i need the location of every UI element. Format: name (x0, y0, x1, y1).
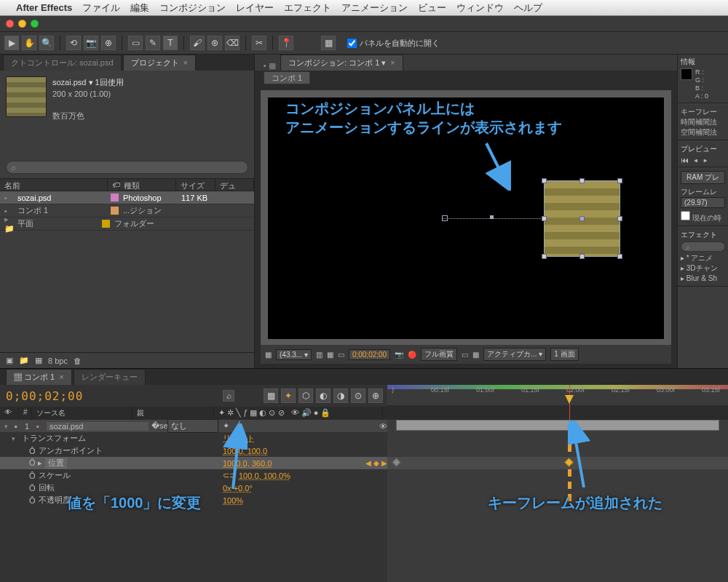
motion-path-kf[interactable] (490, 215, 494, 219)
pen-tool[interactable]: ✎ (146, 36, 160, 50)
playback-controls[interactable]: ⏮ ◀ ▶ (681, 156, 725, 164)
brush-tool[interactable]: 🖌 (190, 36, 205, 50)
hand-tool[interactable]: ✋ (22, 36, 36, 50)
resize-handle[interactable] (579, 178, 585, 183)
menu-window[interactable]: ウィンドウ (456, 1, 504, 15)
tl-search-icon[interactable]: ⌕ (223, 390, 234, 402)
prop-rotation[interactable]: Ô回転 (0, 482, 218, 494)
footage-thumbnail[interactable] (6, 76, 47, 117)
resize-handle[interactable] (617, 254, 622, 259)
clone-tool[interactable]: ⊛ (207, 36, 222, 50)
menubar-app[interactable]: After Effects (16, 2, 72, 13)
eraser-tool[interactable]: ⌫ (225, 36, 240, 50)
layer-row[interactable]: ▾▪ 1 ▪ sozai.psd �set なし (0, 420, 218, 432)
res-icon[interactable]: ▥ (316, 351, 323, 359)
col-label[interactable]: 🏷 (108, 179, 119, 191)
project-row-comp[interactable]: ▪ コンポ 1 ...ジション (0, 204, 254, 218)
bpc-toggle[interactable]: 8 bpc (48, 356, 68, 365)
roi-icon[interactable]: ▭ (462, 351, 468, 359)
zoom-tool[interactable]: 🔍 (39, 36, 54, 50)
views-dropdown[interactable]: 1 画面 (550, 348, 578, 361)
menu-animation[interactable]: アニメーション (341, 1, 408, 15)
effect-folder[interactable]: ▸ * アニメ (681, 253, 725, 263)
col-size[interactable]: サイズ (176, 179, 215, 191)
menu-composition[interactable]: コンポジション (159, 1, 226, 15)
opacity-value[interactable]: 100% (223, 496, 243, 505)
grid-icon[interactable]: ▦ (265, 351, 272, 359)
prop-scale[interactable]: Ôスケール (0, 469, 218, 482)
project-row-solids[interactable]: ▸ 📁 平面 フォルダー (0, 218, 254, 231)
col-source[interactable]: ソース名 (32, 407, 132, 420)
zoom-button[interactable] (31, 20, 39, 28)
snapshot-icon[interactable]: 📷 (395, 351, 403, 359)
comp-icon[interactable]: ▦ (35, 356, 42, 365)
info-panel-title[interactable]: 情報 (681, 57, 725, 67)
mask-icon[interactable]: ▭ (338, 351, 344, 359)
time-ruler[interactable]: ) 00:15f 01:00f 01:15f 02:00f 02:15f 03:… (387, 385, 728, 405)
trash-icon[interactable]: 🗑 (74, 356, 82, 365)
minimize-button[interactable] (18, 20, 26, 28)
current-timecode[interactable]: 0;00;02;00 (6, 389, 83, 403)
layer-bounding-box[interactable] (544, 180, 620, 257)
ram-preview-button[interactable]: RAM プレ (681, 171, 725, 184)
anchor-point[interactable] (579, 216, 585, 221)
col-number[interactable]: # (19, 407, 32, 420)
channels-icon[interactable]: 🔴 (408, 351, 416, 359)
tl-switch6[interactable]: ⊙ (351, 388, 365, 403)
tl-switch4[interactable]: ◐ (316, 388, 331, 403)
project-search[interactable]: ⌕ (6, 161, 248, 174)
tl-switch1[interactable]: ▦ (264, 388, 278, 403)
parent-dropdown[interactable]: なし (167, 419, 218, 433)
comp-breadcrumb[interactable]: コンポ 1 (264, 71, 310, 84)
mac-menubar[interactable]: After Effects ファイル 編集 コンポジション レイヤー エフェクト… (0, 0, 728, 16)
col-type[interactable]: 種類 (119, 179, 176, 191)
menu-edit[interactable]: 編集 (130, 1, 149, 15)
resize-handle[interactable] (542, 254, 547, 259)
tl-switch5[interactable]: ◑ (333, 388, 348, 403)
camera-tool[interactable]: 📷 (84, 36, 98, 50)
text-tool[interactable]: T (163, 36, 178, 50)
col-parent[interactable]: 親 (132, 407, 214, 420)
resize-handle[interactable] (579, 254, 585, 259)
rect-tool[interactable]: ▭ (128, 36, 143, 50)
interpret-icon[interactable]: ▣ (6, 356, 13, 365)
timeline-tab-comp[interactable]: ▦ コンポ 1× (6, 369, 72, 385)
effect-folder[interactable]: ▸ Blur & Sh (681, 274, 725, 284)
tab-effectcontrols[interactable]: クトコントロール: sozai.psd (3, 55, 122, 71)
keyframe-start[interactable] (392, 458, 401, 467)
menu-layer[interactable]: レイヤー (236, 1, 274, 15)
project-row-sozai[interactable]: ▪ sozai.psd Photoshop 117 KB (0, 191, 254, 204)
col-dur[interactable]: デュ (215, 179, 254, 191)
tl-switch2[interactable]: ✦ (281, 388, 296, 403)
menu-help[interactable]: ヘルプ (514, 1, 542, 15)
resize-handle[interactable] (542, 216, 547, 221)
workspace-icon[interactable]: ▦ (321, 36, 336, 50)
effects-panel-title[interactable]: エフェクト (681, 230, 725, 240)
puppet-tool[interactable]: 📍 (279, 36, 293, 50)
tl-switch7[interactable]: ⊕ (368, 388, 383, 403)
camera-dropdown[interactable]: アクティブカ... ▾ (483, 348, 546, 361)
close-button[interactable] (6, 20, 14, 28)
timeline-tab-render[interactable]: レンダーキュー (74, 369, 146, 385)
guides-icon[interactable]: ▦ (327, 351, 333, 359)
tab-project[interactable]: プロジェクト× (123, 55, 196, 71)
comp-tab[interactable]: コンポジション: コンポ 1 ▾× (280, 55, 403, 71)
resize-handle[interactable] (617, 178, 622, 183)
prop-position[interactable]: Ô ▸位置 (0, 457, 218, 469)
pan-behind-tool[interactable]: ⊕ (101, 36, 116, 50)
time-display[interactable]: 0;00;02;00 (349, 349, 390, 360)
framerate-dropdown[interactable]: (29.97) (681, 197, 725, 208)
motion-path-start[interactable] (442, 215, 448, 221)
effect-folder[interactable]: ▸ 3Dチャン (681, 263, 725, 274)
zoom-dropdown[interactable]: (43.3... ▾ (276, 349, 312, 360)
transform-group[interactable]: ▾トランスフォーム (0, 432, 218, 445)
orbit-tool[interactable]: ⟲ (66, 36, 81, 50)
transparency-icon[interactable]: ▦ (472, 351, 479, 359)
resize-handle[interactable] (542, 178, 547, 183)
keyframe-nav[interactable]: ◀ ◆ ▶ (365, 459, 387, 467)
resize-handle[interactable] (617, 216, 622, 221)
col-name[interactable]: 名前 (0, 179, 108, 191)
menu-view[interactable]: ビュー (418, 1, 446, 15)
prop-anchor[interactable]: Ôアンカーポイント (0, 445, 218, 457)
menu-file[interactable]: ファイル (82, 1, 120, 15)
